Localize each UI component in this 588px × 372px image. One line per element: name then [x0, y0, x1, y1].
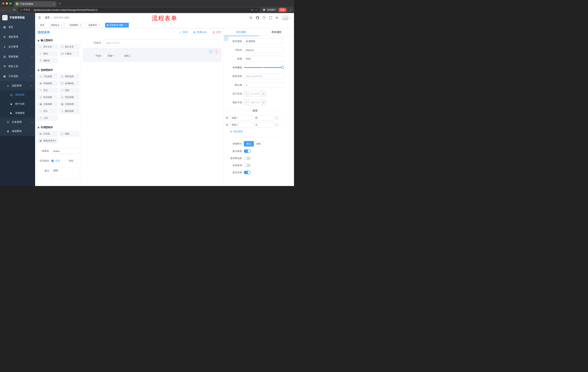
- maximize-window-button[interactable]: [10, 2, 12, 5]
- palette-item-password[interactable]: ▪密码: [37, 51, 57, 56]
- form-name-input[interactable]: [51, 148, 80, 154]
- border-switch[interactable]: [244, 157, 251, 160]
- tag-process-form[interactable]: 流程表单 ×: [86, 23, 102, 28]
- sidebar-item-leave-query[interactable]: ♟ 请假查询: [0, 127, 35, 136]
- search-icon[interactable]: [249, 16, 252, 19]
- tag-process-form-edit[interactable]: 流程表单-编辑 ×: [105, 23, 129, 28]
- palette-item-time-picker[interactable]: ◷时间选择: [37, 95, 57, 100]
- drag-handle-icon[interactable]: ☰: [226, 124, 228, 126]
- checkbox-option-1[interactable]: 选项一: [104, 54, 115, 57]
- tab-form-props[interactable]: 表单属性: [259, 28, 294, 36]
- radio-on[interactable]: 开启: [51, 159, 60, 162]
- required-switch[interactable]: [244, 171, 251, 174]
- delete-component-button[interactable]: [214, 50, 218, 53]
- title-input[interactable]: [244, 56, 284, 62]
- sidebar-item-task-mgmt[interactable]: ☑ 任务管理: [0, 117, 35, 127]
- sidebar-item-user-groups[interactable]: ☻ 用户分组: [0, 99, 35, 108]
- clear-button[interactable]: 清空: [212, 31, 221, 34]
- copy-component-button[interactable]: [209, 50, 213, 53]
- palette-item-single-text[interactable]: ▭单行文本: [37, 44, 57, 50]
- phone-input[interactable]: [104, 40, 220, 46]
- remove-option-icon[interactable]: −: [275, 123, 278, 126]
- radio-off[interactable]: 关闭: [64, 159, 73, 162]
- tag-home[interactable]: 首页: [38, 23, 46, 28]
- palette-item-row-container[interactable]: ▥行容器: [37, 131, 57, 137]
- security-indicator[interactable]: ⚠ 不安全: [20, 8, 30, 11]
- show-label-switch[interactable]: [244, 149, 251, 153]
- tag-close-icon[interactable]: ×: [79, 24, 82, 26]
- palette-item-date-range[interactable]: ▩日期范围: [59, 101, 79, 107]
- github-icon[interactable]: [256, 16, 259, 19]
- default-value-input[interactable]: [244, 82, 284, 88]
- palette-item-multi-text[interactable]: ≡多行文本: [59, 44, 79, 50]
- sidebar-item-devtools[interactable]: ⚒ 研发工具: [0, 62, 35, 71]
- font-size-icon[interactable]: TT: [276, 16, 278, 19]
- palette-item-button[interactable]: ▭按钮: [59, 131, 79, 137]
- form-remark-textarea[interactable]: 嘿嘿: [51, 168, 79, 179]
- save-button[interactable]: ✓ 保存: [179, 31, 188, 34]
- back-icon[interactable]: ←: [2, 9, 5, 11]
- sidebar-item-process-mgmt[interactable]: ≡ 流程管理: [0, 81, 35, 90]
- palette-item-upload[interactable]: ⇪上传: [37, 115, 57, 121]
- component-type-select[interactable]: 多选框组: [244, 38, 284, 44]
- option-2-name-input[interactable]: [230, 122, 252, 128]
- sidebar-item-workflow[interactable]: ▣ 工作流程: [0, 71, 35, 81]
- palette-item-date-picker[interactable]: ▦日期选择: [37, 101, 57, 107]
- palette-item-time-range[interactable]: ◴时间范围: [59, 95, 79, 100]
- bookmark-star-icon[interactable]: ☆: [255, 9, 258, 11]
- avatar[interactable]: [282, 15, 288, 20]
- minus-button[interactable]: −: [244, 100, 249, 105]
- sidebar-item-process-model[interactable]: ▶ 流程模型: [0, 108, 35, 117]
- style-button-button[interactable]: 按钮: [254, 141, 264, 147]
- sidebar-item-infrastructure[interactable]: ▤ 基础设施: [0, 52, 35, 62]
- tag-process-definition[interactable]: 流程定义 ×: [49, 23, 65, 28]
- minus-button[interactable]: −: [244, 91, 249, 96]
- fullscreen-icon[interactable]: [269, 16, 272, 19]
- palette-item-checkbox-group[interactable]: ☑多选框组: [59, 81, 79, 86]
- palette-item-slider[interactable]: ⊸滑块: [59, 87, 79, 93]
- style-default-button[interactable]: 默认: [244, 141, 254, 147]
- palette-item-editor[interactable]: ¶编辑器: [37, 58, 57, 63]
- sidebar-item-system[interactable]: ⚙ 系统管理: [0, 32, 35, 42]
- slider-handle[interactable]: [281, 66, 284, 69]
- max-select-placeholder[interactable]: 最多可选: [249, 100, 261, 105]
- plus-button[interactable]: +: [261, 91, 266, 96]
- password-key-icon[interactable]: [251, 9, 254, 11]
- help-icon[interactable]: ?: [262, 16, 266, 19]
- forward-icon[interactable]: →: [8, 9, 10, 11]
- option-1-name-input[interactable]: [230, 115, 252, 121]
- option-1-value-input[interactable]: [253, 115, 274, 121]
- canvas-item-gender-selected[interactable]: *性别 选项一 选项二: [83, 48, 221, 62]
- sidebar-item-payment[interactable]: ¥ 支付管理: [0, 42, 35, 52]
- sidebar-item-home[interactable]: ▦ 首页: [0, 22, 35, 32]
- palette-item-rate[interactable]: ☆评分: [37, 108, 57, 114]
- url-bar[interactable]: ⚠ 不安全 | dashboard.yudao.iocoder.cn/bpm/m…: [18, 8, 260, 12]
- disabled-switch[interactable]: [244, 164, 251, 167]
- browser-tab[interactable]: 芋道管理系统 ×: [14, 1, 56, 7]
- palette-item-switch[interactable]: ◐开关: [37, 87, 57, 93]
- tag-close-icon[interactable]: ×: [98, 24, 101, 26]
- tab-component-props[interactable]: 组件属性: [224, 28, 259, 36]
- palette-item-radio-group[interactable]: ◉单选框组: [37, 81, 57, 86]
- tag-close-icon[interactable]: ×: [61, 24, 63, 26]
- hamburger-icon[interactable]: ☰: [38, 16, 41, 20]
- label-width-input[interactable]: [244, 73, 284, 79]
- link-icon[interactable]: ∞: [224, 37, 228, 41]
- palette-item-table[interactable]: ▦表格[开发中]: [37, 138, 57, 143]
- view-json-button[interactable]: 查看json: [193, 31, 207, 34]
- breadcrumb-home[interactable]: 首页: [45, 16, 50, 19]
- reload-icon[interactable]: ↻: [13, 9, 15, 11]
- min-select-placeholder[interactable]: 至少应选: [249, 91, 261, 96]
- tag-close-icon[interactable]: ×: [125, 24, 127, 26]
- add-option-button[interactable]: ⊕ 添加选项: [230, 130, 284, 133]
- grid-slider[interactable]: [244, 65, 284, 70]
- option-2-value-input[interactable]: [253, 122, 274, 128]
- browser-menu-icon[interactable]: ⋮: [289, 9, 292, 11]
- close-window-button[interactable]: [2, 2, 4, 5]
- palette-item-dropdown[interactable]: ⊙下拉选择: [37, 74, 57, 79]
- palette-item-color-picker[interactable]: ◑颜色选择: [59, 108, 79, 114]
- remove-option-icon[interactable]: −: [275, 117, 278, 119]
- update-button[interactable]: 更新: [278, 8, 287, 12]
- canvas-item-phone[interactable]: *手机号: [83, 40, 221, 46]
- plus-button[interactable]: +: [261, 100, 266, 105]
